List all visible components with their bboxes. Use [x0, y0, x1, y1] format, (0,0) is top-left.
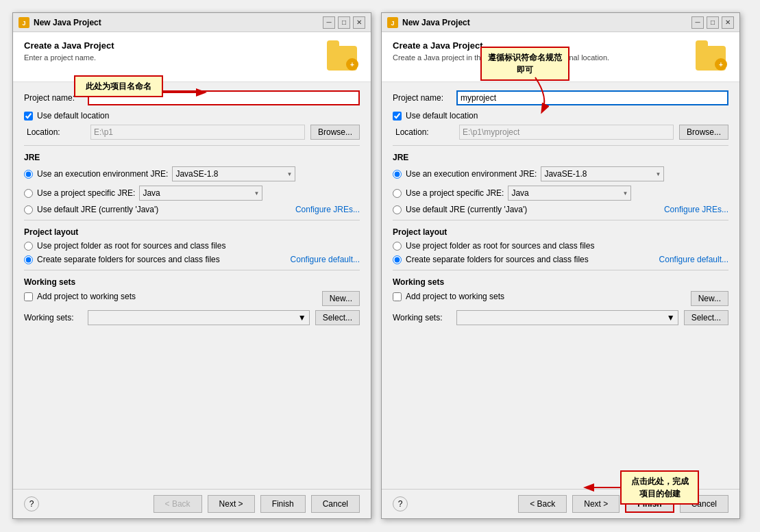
layout-label2-left: Create separate folders for sources and … [37, 255, 220, 264]
ws-arrow-right: ▼ [667, 313, 675, 322]
default-location-checkbox-right[interactable] [393, 112, 402, 121]
browse-btn-right[interactable]: Browse... [679, 125, 728, 140]
dialog-header-left: Create a Java Project Enter a project na… [13, 32, 371, 82]
jre-specific-dropdown-left[interactable]: Java ▼ [139, 186, 262, 201]
working-sets-row-left: Working sets: ▼ Select... [24, 310, 360, 325]
jre-radio2-left[interactable] [24, 189, 33, 198]
jre-radio1-left[interactable] [24, 170, 33, 179]
folder-icon-left: + [327, 46, 357, 71]
jre-label2-right: Use a project specific JRE: [406, 188, 504, 198]
folder-icon-right: + [696, 46, 726, 71]
next-btn-left[interactable]: Next > [208, 495, 255, 513]
layout-label2-right: Create separate folders for sources and … [406, 255, 589, 264]
back-btn-left[interactable]: < Back [154, 495, 202, 513]
ws-dropdown-right[interactable]: ▼ [456, 310, 678, 325]
jre-specific-dropdown-right[interactable]: Java ▼ [508, 186, 631, 201]
jre-env-value-right: JavaSE-1.8 [544, 169, 587, 179]
jre-env-arrow-right: ▼ [656, 171, 661, 177]
finish-btn-left[interactable]: Finish [260, 495, 306, 513]
callout-right-top-text: 遵循标识符命名规范即可 [488, 53, 562, 75]
jre-option1-row-left: Use an execution environment JRE: JavaSE… [24, 166, 360, 181]
jre-radio1-right[interactable] [393, 170, 402, 179]
header-text-left: Create a Java Project Enter a project na… [24, 40, 114, 62]
jre-radio2-right[interactable] [393, 189, 402, 198]
dialog-body-left: Project name: Use default location Locat… [13, 82, 371, 489]
layout-label1-left: Use project folder as root for sources a… [37, 241, 225, 251]
working-sets-row-right: Working sets: ▼ Select... [393, 310, 728, 325]
close-btn-left[interactable]: ✕ [353, 16, 365, 29]
folder-badge-right: + [715, 58, 727, 71]
configure-jres-link-right[interactable]: Configure JREs... [664, 205, 728, 214]
location-row-left: Location: Browse... [24, 125, 360, 140]
location-label-right: Location: [395, 127, 454, 137]
layout-radio1-right[interactable] [393, 242, 402, 251]
close-btn-right[interactable]: ✕ [722, 16, 734, 29]
jre-env-dropdown-left[interactable]: JavaSE-1.8 ▼ [172, 166, 295, 181]
working-sets-checkbox-row-left: Add project to working sets [24, 292, 136, 301]
jre-env-value-left: JavaSE-1.8 [175, 169, 218, 179]
help-btn-right[interactable]: ? [393, 496, 408, 511]
default-location-label-right: Use default location [406, 111, 478, 121]
jre-label1-left: Use an execution environment JRE: [37, 169, 168, 179]
configure-default-link-right[interactable]: Configure default... [659, 255, 728, 264]
callout-left-text: 此处为项目名命名 [86, 81, 151, 91]
jre-radio3-left[interactable] [24, 205, 33, 214]
jre-label2-left: Use a project specific JRE: [37, 188, 135, 198]
layout-label1-right: Use project folder as root for sources a… [406, 241, 594, 251]
jre-specific-value-left: Java [143, 188, 160, 198]
window-title-left: New Java Project [34, 18, 319, 27]
layout-option1-row-left: Use project folder as root for sources a… [24, 241, 360, 251]
default-location-checkbox-left[interactable] [24, 112, 33, 121]
jre-specific-value-right: Java [511, 188, 528, 198]
layout-radio2-right[interactable] [393, 255, 402, 264]
back-btn-right[interactable]: < Back [518, 495, 567, 513]
callout-right-bottom-text: 点击此处，完成项目的创建 [631, 477, 689, 498]
ws-label-right: Working sets: [393, 313, 451, 322]
configure-default-link-left[interactable]: Configure default... [291, 255, 360, 264]
select-btn-left[interactable]: Select... [315, 310, 360, 325]
jre-env-dropdown-right[interactable]: JavaSE-1.8 ▼ [541, 166, 664, 181]
ws-dropdown-left[interactable]: ▼ [88, 310, 310, 325]
header-icon-left: + [327, 40, 360, 73]
jre-option3-row-right: Use default JRE (currently 'Java') Confi… [393, 205, 728, 214]
callout-right-bottom-arrow [583, 477, 624, 498]
svg-text:J: J [22, 20, 25, 27]
dialog-footer-left: ? < Back Next > Finish Cancel [13, 489, 371, 518]
jre-option1-row-right: Use an execution environment JRE: JavaSE… [393, 166, 728, 181]
new-btn-right[interactable]: New... [691, 291, 728, 306]
window-controls-right: ─ □ ✕ [691, 16, 734, 29]
cancel-btn-left[interactable]: Cancel [311, 495, 360, 513]
working-sets-checkbox-left[interactable] [24, 292, 33, 301]
jre-option2-row-left: Use a project specific JRE: Java ▼ [24, 186, 360, 201]
layout-radio1-left[interactable] [24, 242, 33, 251]
header-icon-right: + [696, 40, 728, 73]
help-btn-left[interactable]: ? [24, 496, 39, 511]
configure-jres-link-left[interactable]: Configure JREs... [295, 205, 360, 214]
layout-option2-row-left: Create separate folders for sources and … [24, 255, 360, 264]
dialog-body-right: Project name: Use default location Locat… [382, 82, 739, 489]
maximize-btn-left[interactable]: □ [338, 16, 350, 29]
jre-label3-right: Use default JRE (currently 'Java') [406, 205, 527, 214]
jre-option2-row-right: Use a project specific JRE: Java ▼ [393, 186, 728, 201]
select-btn-right[interactable]: Select... [684, 310, 728, 325]
jre-radio3-right[interactable] [393, 205, 402, 214]
working-sets-checkbox-right[interactable] [393, 292, 402, 301]
minimize-btn-right[interactable]: ─ [691, 16, 704, 29]
ws-arrow-left: ▼ [298, 313, 306, 322]
jre-label1-right: Use an execution environment JRE: [406, 169, 537, 179]
working-sets-title-left: Working sets [24, 277, 360, 287]
project-name-input-right[interactable] [456, 90, 728, 105]
window-icon-left: J [19, 17, 29, 28]
browse-btn-left[interactable]: Browse... [310, 125, 360, 140]
window-controls-left: ─ □ ✕ [323, 16, 365, 29]
location-input-left [90, 125, 305, 140]
minimize-btn-left[interactable]: ─ [323, 16, 335, 29]
default-location-row-left: Use default location [24, 111, 360, 121]
location-label-left: Location: [27, 127, 85, 137]
new-btn-left[interactable]: New... [322, 291, 360, 306]
jre-option3-row-left: Use default JRE (currently 'Java') Confi… [24, 205, 360, 214]
layout-radio2-left[interactable] [24, 255, 33, 264]
maximize-btn-right[interactable]: □ [707, 16, 719, 29]
svg-text:J: J [391, 20, 394, 27]
layout-option1-row-right: Use project folder as root for sources a… [393, 241, 728, 251]
